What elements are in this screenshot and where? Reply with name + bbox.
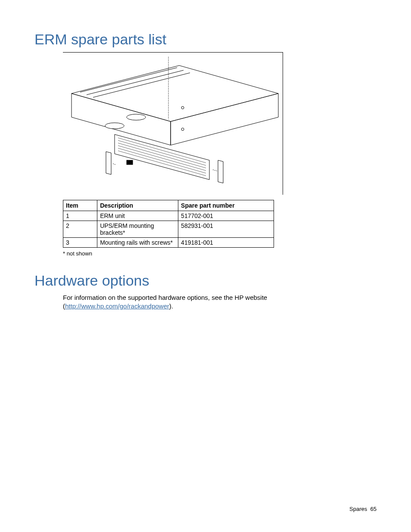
col-header-description: Description xyxy=(97,200,178,211)
cell-item: 1 xyxy=(63,211,97,221)
page-footer: Spares 65 xyxy=(349,506,377,512)
para-text-post: ). xyxy=(169,302,173,310)
svg-point-19 xyxy=(105,123,124,129)
svg-marker-14 xyxy=(218,160,223,183)
cell-spare: 419181-001 xyxy=(178,238,274,248)
svg-marker-0 xyxy=(72,65,278,121)
cell-spare: 517702-001 xyxy=(178,211,274,221)
erm-exploded-diagram xyxy=(63,52,283,195)
hardware-options-paragraph: For information on the supported hardwar… xyxy=(63,293,377,311)
cell-description: UPS/ERM mounting brackets* xyxy=(97,221,178,238)
table-header-row: Item Description Spare part number xyxy=(63,200,274,211)
cell-description: Mounting rails with screws* xyxy=(97,238,178,248)
erm-diagram-svg xyxy=(63,53,283,195)
heading-erm-spare-parts: ERM spare parts list xyxy=(34,31,377,48)
cell-item: 2 xyxy=(63,221,97,238)
cell-spare: 582931-001 xyxy=(178,221,274,238)
col-header-item: Item xyxy=(63,200,97,211)
table-footnote: * not shown xyxy=(63,250,377,257)
footer-page-number: 65 xyxy=(371,506,377,512)
rackandpower-link[interactable]: http://www.hp.com/go/rackandpower xyxy=(65,302,169,310)
svg-rect-22 xyxy=(127,160,133,165)
table-row: 2 UPS/ERM mounting brackets* 582931-001 xyxy=(63,221,274,238)
svg-line-16 xyxy=(113,164,115,165)
cell-description: ERM unit xyxy=(97,211,178,221)
col-header-spare: Spare part number xyxy=(178,200,274,211)
svg-line-15 xyxy=(213,170,217,171)
svg-marker-13 xyxy=(106,152,111,174)
footer-section-label: Spares xyxy=(349,506,367,512)
svg-marker-6 xyxy=(115,134,209,180)
table-row: 3 Mounting rails with screws* 419181-001 xyxy=(63,238,274,248)
spare-parts-table: Item Description Spare part number 1 ERM… xyxy=(63,200,274,248)
svg-point-18 xyxy=(127,114,146,120)
heading-hardware-options: Hardware options xyxy=(34,272,377,289)
table-row: 1 ERM unit 517702-001 xyxy=(63,211,274,221)
cell-item: 3 xyxy=(63,238,97,248)
svg-point-21 xyxy=(181,128,184,131)
